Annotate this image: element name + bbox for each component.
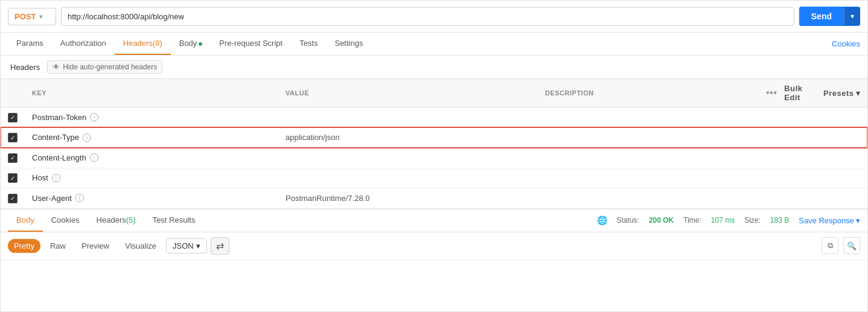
row-checkbox[interactable]: ✓ <box>8 173 18 183</box>
url-bar: POST ▾ Send ▾ <box>1 1 867 33</box>
row-checkbox[interactable]: ✓ <box>8 133 18 142</box>
tab-params[interactable]: Params <box>8 33 52 55</box>
col-header-actions: ••• Bulk Edit Presets ▾ <box>759 79 867 107</box>
response-status-bar: 🌐 Status: 200 OK Time: 107 ms Size: 183 … <box>597 215 860 225</box>
method-chevron-icon: ▾ <box>39 13 42 20</box>
send-button[interactable]: Send ▾ <box>799 7 860 26</box>
row-checkbox-cell: ✓ <box>1 168 25 188</box>
url-input[interactable] <box>61 7 794 26</box>
table-row: ✓ Postman-Token i <box>1 107 867 128</box>
row-value-cell: application/json <box>278 127 538 148</box>
copy-icon[interactable]: ⧉ <box>822 237 838 254</box>
format-type-chevron-icon: ▾ <box>196 241 200 250</box>
info-icon[interactable]: i <box>75 194 84 202</box>
wrap-button[interactable]: ⇄ <box>211 237 229 255</box>
format-bar-right: ⧉ 🔍 <box>822 237 860 254</box>
row-actions-cell <box>759 127 867 148</box>
tab-headers[interactable]: Headers(8) <box>115 33 171 55</box>
globe-icon: 🌐 <box>597 215 607 225</box>
col-header-description: DESCRIPTION <box>538 79 759 107</box>
presets-button[interactable]: Presets ▾ <box>823 89 860 98</box>
response-tab-testresults[interactable]: Test Results <box>144 209 204 232</box>
format-type-label: JSON <box>173 241 194 250</box>
size-value: 183 B <box>770 216 789 224</box>
row-value-label: PostmanRuntime/7.28.0 <box>286 194 369 203</box>
format-preview-button[interactable]: Preview <box>75 239 115 253</box>
row-value-label: application/json <box>286 133 340 142</box>
row-value-cell <box>278 148 538 168</box>
row-key-label: User-Agent <box>32 194 72 203</box>
cookies-link[interactable]: Cookies <box>832 39 860 48</box>
method-select[interactable]: POST ▾ <box>8 8 56 25</box>
tab-authorization[interactable]: Authorization <box>52 33 115 55</box>
row-checkbox[interactable]: ✓ <box>8 153 18 163</box>
row-description-cell <box>538 188 759 209</box>
row-checkbox[interactable]: ✓ <box>8 194 18 203</box>
app-container: POST ▾ Send ▾ Params Authorization Heade… <box>0 0 868 312</box>
hide-auto-btn[interactable]: 👁 Hide auto-generated headers <box>47 60 162 74</box>
row-actions-cell <box>759 188 867 209</box>
row-checkbox-cell: ✓ <box>1 148 25 168</box>
format-pretty-button[interactable]: Pretty <box>8 239 40 253</box>
info-icon[interactable]: i <box>90 153 98 162</box>
row-key-label: Postman-Token <box>32 113 86 122</box>
info-icon[interactable]: i <box>52 174 60 182</box>
info-icon[interactable]: i <box>83 133 91 142</box>
sub-header: Headers 👁 Hide auto-generated headers <box>1 56 867 79</box>
row-value-cell: PostmanRuntime/7.28.0 <box>278 188 538 209</box>
row-key-cell: Content-Length i <box>25 148 278 168</box>
headers-table-container: KEY VALUE DESCRIPTION ••• Bulk Edit Pres… <box>1 79 867 209</box>
save-response-chevron-icon: ▾ <box>856 216 860 225</box>
method-label: POST <box>14 12 36 21</box>
send-btn-main[interactable]: Send <box>799 7 844 26</box>
size-label: Size: <box>744 216 761 224</box>
col-header-value: VALUE <box>278 79 538 107</box>
presets-label: Presets <box>823 89 854 98</box>
row-actions-cell <box>759 148 867 168</box>
row-checkbox-cell: ✓ <box>1 127 25 148</box>
presets-chevron-icon: ▾ <box>856 89 861 98</box>
col-header-check <box>1 79 25 107</box>
response-tab-cookies[interactable]: Cookies <box>43 209 88 232</box>
row-checkbox-cell: ✓ <box>1 107 25 128</box>
row-key-cell: User-Agent i <box>25 188 278 209</box>
hide-auto-label: Hide auto-generated headers <box>63 63 157 71</box>
response-tab-body[interactable]: Body <box>8 209 43 232</box>
response-tabs: Body Cookies Headers(5) Test Results 🌐 S… <box>1 209 867 232</box>
row-key-label: Content-Type <box>32 133 79 142</box>
row-description-cell <box>538 168 759 188</box>
table-row: ✓ Content-Type i application/json <box>1 127 867 148</box>
row-value-cell <box>278 168 538 188</box>
save-response-button[interactable]: Save Response ▾ <box>799 216 860 225</box>
info-icon[interactable]: i <box>90 113 98 121</box>
send-btn-dropdown[interactable]: ▾ <box>844 7 860 25</box>
table-header: KEY VALUE DESCRIPTION ••• Bulk Edit Pres… <box>1 79 867 107</box>
bulk-edit-button[interactable]: Bulk Edit <box>784 84 816 102</box>
response-panel: Body Cookies Headers(5) Test Results 🌐 S… <box>1 209 867 260</box>
tab-body[interactable]: Body <box>171 33 211 55</box>
format-raw-button[interactable]: Raw <box>44 239 72 253</box>
col-header-key: KEY <box>25 79 278 107</box>
row-checkbox[interactable]: ✓ <box>8 113 18 123</box>
more-options-icon[interactable]: ••• <box>766 88 777 98</box>
headers-table: KEY VALUE DESCRIPTION ••• Bulk Edit Pres… <box>1 79 867 209</box>
tab-prerequest[interactable]: Pre-request Script <box>211 33 291 55</box>
tab-settings[interactable]: Settings <box>326 33 371 55</box>
row-actions-cell <box>759 168 867 188</box>
tab-tests[interactable]: Tests <box>291 33 326 55</box>
row-key-cell: Host i <box>25 168 278 188</box>
format-type-select[interactable]: JSON ▾ <box>166 238 207 253</box>
sub-header-title: Headers <box>10 63 40 72</box>
status-value: 200 OK <box>649 216 674 224</box>
response-headers-badge: (5) <box>126 215 136 224</box>
format-visualize-button[interactable]: Visualize <box>119 239 162 253</box>
row-key-cell: Content-Type i <box>25 127 278 148</box>
eye-icon: 👁 <box>53 63 60 71</box>
time-value: 107 ms <box>711 216 735 224</box>
search-icon[interactable]: 🔍 <box>843 237 860 254</box>
row-description-cell <box>538 127 759 148</box>
table-row: ✓ Content-Length i <box>1 148 867 168</box>
table-row: ✓ User-Agent i PostmanRuntime/7.28.0 <box>1 188 867 209</box>
save-response-label: Save Response <box>799 216 854 225</box>
response-tab-headers[interactable]: Headers(5) <box>88 209 144 232</box>
